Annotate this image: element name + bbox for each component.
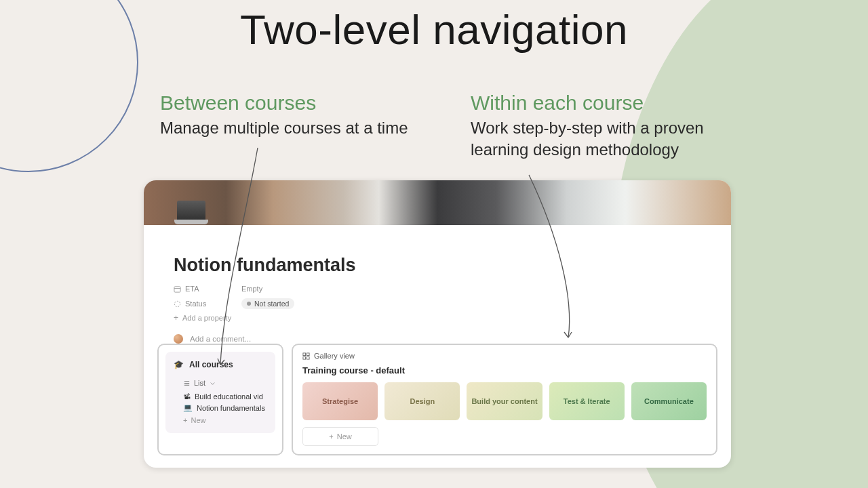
status-pill[interactable]: Not started	[241, 298, 294, 309]
all-courses-label: All courses	[189, 360, 233, 369]
add-property-label: Add a property	[182, 314, 231, 322]
status-text: Not started	[254, 300, 289, 308]
svg-point-1	[174, 301, 180, 306]
projector-icon: 📽	[183, 392, 191, 401]
card-build[interactable]: Build your content	[467, 382, 542, 420]
card-test[interactable]: Test & Iterate	[549, 382, 625, 420]
calendar-icon	[174, 285, 181, 293]
prop-status-label: Status	[185, 300, 206, 308]
caption-right-eyebrow: Within each course	[471, 92, 755, 115]
gallery-icon	[302, 352, 310, 360]
cover-image	[144, 180, 731, 225]
page-title[interactable]: Notion fundamentals	[174, 255, 701, 276]
caption-left: Between courses Manage multiple courses …	[160, 92, 452, 139]
courses-panel: 🎓 All courses List 📽 Build educational v…	[157, 344, 283, 455]
laptop-small-icon: 💻	[183, 403, 193, 412]
all-courses-header[interactable]: 🎓 All courses	[174, 360, 267, 369]
prop-eta-label: ETA	[185, 285, 199, 293]
comment-row[interactable]: Add a comment...	[174, 334, 701, 344]
caption-right-desc: Work step-by-step with a proven learning…	[471, 117, 755, 161]
svg-rect-4	[303, 357, 306, 359]
slide-title: Two-level navigation	[0, 5, 868, 54]
card-build-label: Build your content	[471, 397, 537, 405]
new-card-button[interactable]: + New	[302, 427, 378, 446]
avatar	[174, 334, 183, 344]
plus-icon: +	[174, 314, 178, 322]
properties-block: ETA Empty Status Not started + Add	[174, 281, 701, 322]
course-item-0-label: Build educational vid	[195, 392, 263, 401]
card-design[interactable]: Design	[384, 382, 460, 420]
add-property[interactable]: + Add a property	[174, 314, 701, 322]
prop-eta-value: Empty	[241, 285, 262, 293]
graduation-cap-icon: 🎓	[174, 360, 184, 369]
svg-rect-0	[174, 286, 180, 291]
sidebar-new-label: New	[191, 416, 205, 424]
plus-icon: +	[183, 416, 187, 424]
view-label: Gallery view	[314, 352, 355, 360]
caption-left-eyebrow: Between courses	[160, 92, 452, 115]
status-dot-icon	[247, 302, 251, 306]
prop-row-eta[interactable]: ETA Empty	[174, 281, 701, 296]
card-strategise-label: Strategise	[322, 397, 358, 405]
chevron-down-icon	[209, 380, 216, 387]
comment-placeholder: Add a comment...	[190, 335, 251, 343]
new-card-label: New	[337, 432, 352, 441]
caption-right: Within each course Work step-by-step wit…	[471, 92, 755, 161]
section-title: Training course - default	[302, 365, 707, 375]
page-icon-laptop[interactable]	[174, 201, 208, 228]
plus-icon: +	[329, 432, 333, 441]
svg-rect-5	[307, 357, 309, 359]
prop-row-status[interactable]: Status Not started	[174, 296, 701, 311]
card-test-label: Test & Iterate	[564, 397, 610, 405]
course-item-1[interactable]: 💻 Notion fundamentals	[174, 402, 267, 413]
card-strategise[interactable]: Strategise	[302, 382, 378, 420]
svg-rect-2	[303, 352, 306, 355]
card-design-label: Design	[410, 397, 435, 405]
course-steps-panel: Gallery view Training course - default S…	[292, 344, 717, 455]
view-bar[interactable]: Gallery view	[302, 352, 707, 360]
card-communicate-label: Communicate	[644, 397, 694, 405]
course-item-0[interactable]: 📽 Build educational vid	[174, 391, 267, 402]
course-item-1-label: Notion fundamentals	[197, 404, 265, 412]
notion-window: Notion fundamentals ETA Empty Status Not…	[144, 180, 731, 468]
caption-left-desc: Manage multiple courses at a time	[160, 117, 452, 139]
step-cards: Strategise Design Build your content Tes…	[302, 382, 707, 420]
list-view-toggle[interactable]: List	[183, 379, 267, 387]
list-label: List	[194, 379, 205, 387]
card-communicate[interactable]: Communicate	[631, 382, 707, 420]
svg-rect-3	[307, 352, 309, 355]
list-icon	[183, 380, 191, 387]
sidebar-new[interactable]: + New	[183, 413, 267, 424]
status-icon	[174, 300, 181, 308]
